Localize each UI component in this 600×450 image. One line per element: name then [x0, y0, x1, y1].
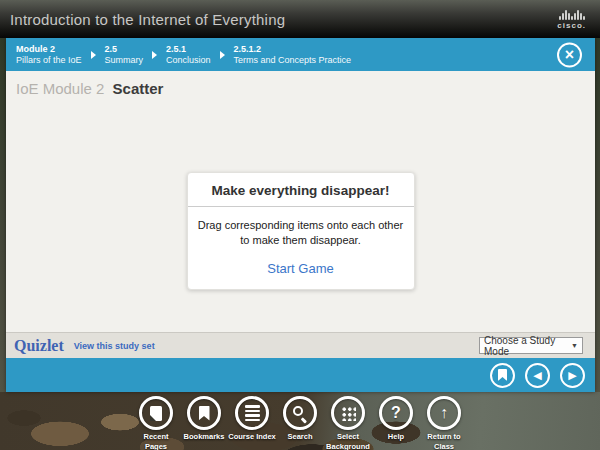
breadcrumb: Module 2 Pillars of the IoE 2.5 Summary …	[6, 38, 595, 71]
page-title-main: Scatter	[113, 80, 164, 97]
grid-icon	[341, 406, 356, 421]
courseware-window: Introduction to the Internet of Everythi…	[0, 0, 600, 450]
cisco-logo: cisco.	[557, 9, 586, 30]
quizlet-bar: Quizlet View this study set Choose a Stu…	[6, 332, 595, 358]
view-study-set-link[interactable]: View this study set	[74, 341, 155, 351]
course-title: Introduction to the Internet of Everythi…	[10, 11, 285, 28]
page-title-prefix: IoE Module 2	[16, 80, 104, 97]
cisco-bridge-icon	[559, 9, 585, 20]
recent-pages-icon	[150, 406, 162, 421]
bottom-toolbar: Recent Pages Bookmarks Course Index Sear…	[0, 396, 600, 450]
select-background-button[interactable]: Select Background	[324, 396, 372, 450]
toolbar-label: Select Background	[324, 432, 372, 450]
return-to-class-button[interactable]: ↑ Return to Class	[420, 396, 468, 450]
toolbar-label: Return to Class	[420, 432, 468, 450]
title-bar: Introduction to the Internet of Everythi…	[0, 0, 600, 38]
toolbar-label: Recent Pages	[132, 432, 180, 450]
study-mode-select[interactable]: Choose a Study Mode ▼	[479, 337, 583, 354]
breadcrumb-label: Pillars of the IoE	[16, 55, 82, 65]
bookmark-icon	[199, 406, 210, 421]
toolbar-label: Bookmarks	[184, 432, 225, 442]
start-game-button[interactable]: Start Game	[267, 249, 333, 289]
breadcrumb-code: 2.5	[105, 44, 144, 55]
bookmark-icon	[498, 369, 507, 381]
dialog-title: Make everything disappear!	[188, 173, 414, 207]
breadcrumb-code: Module 2	[16, 44, 82, 55]
search-circle	[283, 396, 317, 430]
close-button[interactable]: ×	[557, 42, 582, 67]
page-title: IoE Module 2 Scatter	[6, 71, 595, 97]
game-dialog: Make everything disappear! Drag correspo…	[187, 172, 415, 290]
breadcrumb-code: 2.5.1.2	[234, 44, 352, 55]
content-panel: Module 2 Pillars of the IoE 2.5 Summary …	[6, 38, 595, 392]
close-icon: ×	[565, 47, 574, 63]
breadcrumb-item-section[interactable]: 2.5 Summary	[105, 44, 144, 65]
breadcrumb-label: Summary	[105, 55, 144, 65]
dialog-instructions: Drag corresponding items onto each other…	[188, 207, 414, 249]
quizlet-logo[interactable]: Quizlet	[14, 337, 64, 355]
study-mode-selected-value: Choose a Study Mode	[484, 335, 571, 357]
toolbar-label: Search	[287, 432, 312, 442]
course-index-circle	[235, 396, 269, 430]
bookmarks-button[interactable]: Bookmarks	[180, 396, 228, 450]
list-icon	[245, 405, 260, 421]
chevron-right-icon	[91, 51, 96, 59]
arrow-right-icon: ▶	[568, 370, 576, 381]
help-button[interactable]: ? Help	[372, 396, 420, 450]
previous-page-button[interactable]: ◀	[525, 363, 550, 388]
page-nav-bar: ◀ ▶	[6, 358, 595, 392]
recent-pages-circle	[139, 396, 173, 430]
breadcrumb-label: Conclusion	[166, 55, 211, 65]
arrow-up-icon: ↑	[440, 405, 448, 421]
add-bookmark-button[interactable]	[490, 363, 515, 388]
breadcrumb-item-page[interactable]: 2.5.1.2 Terms and Concepts Practice	[234, 44, 352, 65]
breadcrumb-label: Terms and Concepts Practice	[234, 55, 352, 65]
arrow-left-icon: ◀	[533, 370, 541, 381]
breadcrumb-code: 2.5.1	[166, 44, 211, 55]
next-page-button[interactable]: ▶	[560, 363, 585, 388]
breadcrumb-item-topic[interactable]: 2.5.1 Conclusion	[166, 44, 211, 65]
search-icon	[292, 405, 308, 421]
select-background-circle	[331, 396, 365, 430]
toolbar-label: Help	[388, 432, 404, 442]
chevron-right-icon	[152, 51, 157, 59]
question-mark-icon: ?	[391, 405, 401, 421]
breadcrumb-item-module[interactable]: Module 2 Pillars of the IoE	[16, 44, 82, 65]
course-index-button[interactable]: Course Index	[228, 396, 276, 450]
toolbar-label: Course Index	[228, 432, 276, 442]
activity-area: IoE Module 2 Scatter Make everything dis…	[6, 71, 595, 332]
bookmarks-circle	[187, 396, 221, 430]
cisco-wordmark: cisco.	[557, 21, 586, 30]
search-button[interactable]: Search	[276, 396, 324, 450]
return-circle: ↑	[427, 396, 461, 430]
chevron-right-icon	[220, 51, 225, 59]
help-circle: ?	[379, 396, 413, 430]
recent-pages-button[interactable]: Recent Pages	[132, 396, 180, 450]
chevron-down-icon: ▼	[571, 342, 578, 349]
